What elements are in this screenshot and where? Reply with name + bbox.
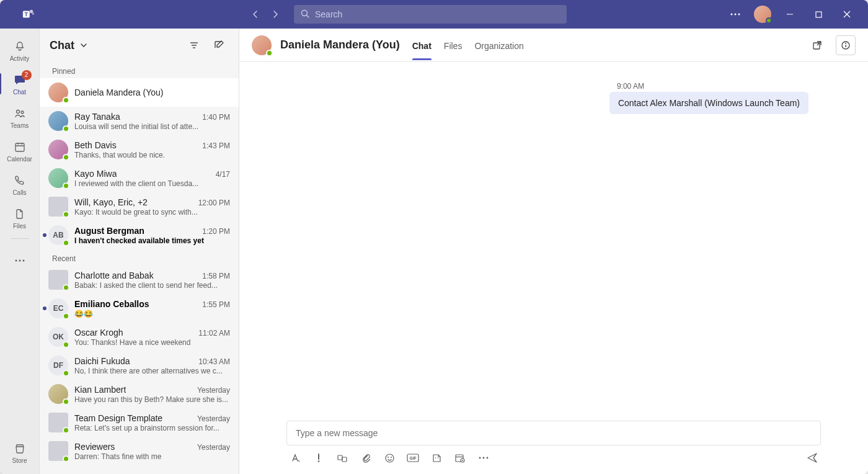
rail-store[interactable]: Store (0, 436, 40, 469)
chat-row[interactable]: Kayo Miwa4/17I reviewed with the client … (40, 164, 239, 192)
avatar (48, 413, 68, 432)
svg-point-47 (487, 457, 489, 459)
new-chat-button[interactable] (209, 35, 229, 55)
send-button[interactable] (806, 452, 818, 464)
chat-preview: Thanks, that would be nice. (74, 151, 230, 159)
maximize-button[interactable] (808, 4, 828, 24)
chat-preview: Kayo: It would be great to sync with... (74, 208, 230, 217)
chat-name: Kayo Miwa (74, 169, 117, 179)
chat-row[interactable]: Team Design TemplateYesterdayReta: Let's… (40, 408, 239, 437)
chat-time: Yesterday (197, 414, 230, 423)
close-button[interactable] (837, 4, 857, 24)
svg-point-45 (479, 457, 481, 459)
phone-icon (14, 173, 26, 188)
chat-row[interactable]: ECEmiliano Ceballos1:55 PM😂😂 (40, 294, 239, 323)
chat-row[interactable]: Daniela Mandera (You) (40, 78, 239, 107)
rail-files[interactable]: Files (0, 201, 40, 235)
rail-label: Calendar (7, 156, 32, 163)
rail-more[interactable] (0, 244, 40, 277)
chat-name: Team Design Template (74, 413, 162, 423)
svg-rect-32 (342, 457, 347, 462)
chat-preview: You: Thanks! Have a nice weekend (74, 338, 230, 347)
avatar (48, 197, 68, 217)
svg-point-3 (32, 12, 35, 15)
loop-button[interactable] (336, 452, 348, 464)
chat-row[interactable]: Ray Tanaka1:40 PMLouisa will send the in… (40, 107, 239, 135)
calendar-icon (14, 140, 26, 154)
tab-chat[interactable]: Chat (412, 31, 432, 60)
chat-preview: Have you ran this by Beth? Make sure she… (74, 395, 230, 404)
nav-forward-button[interactable] (267, 6, 284, 23)
chevron-down-icon[interactable] (79, 41, 88, 50)
sticker-button[interactable] (430, 452, 443, 464)
message-outgoing: 9:00 AM Contact Alex Marshall (Windows L… (609, 82, 808, 114)
attach-button[interactable] (360, 452, 372, 464)
message-input[interactable] (296, 428, 812, 438)
tab-files[interactable]: Files (444, 31, 463, 60)
user-avatar[interactable] (754, 6, 771, 23)
more-options-button[interactable] (725, 4, 745, 24)
presence-available-icon (63, 284, 69, 291)
svg-point-27 (845, 43, 846, 44)
svg-rect-31 (338, 455, 342, 460)
svg-point-39 (437, 457, 438, 458)
nav-back-button[interactable] (247, 6, 264, 23)
format-button[interactable] (289, 452, 301, 464)
chat-time: 10:43 AM (198, 357, 230, 366)
rail-chat[interactable]: 2 Chat (0, 67, 40, 101)
chat-preview: I haven't checked available times yet (74, 236, 230, 245)
svg-rect-15 (16, 143, 24, 151)
minimize-button[interactable] (780, 4, 800, 24)
avatar (48, 168, 68, 188)
message-time: 9:00 AM (609, 82, 808, 92)
chat-row[interactable]: Will, Kayo, Eric, +212:00 PMKayo: It wou… (40, 192, 239, 221)
svg-point-30 (318, 460, 320, 462)
rail-label: Activity (10, 55, 30, 62)
avatar (48, 270, 68, 290)
rail-label: Teams (11, 122, 29, 129)
avatar (48, 111, 68, 131)
info-button[interactable] (836, 35, 856, 55)
svg-point-14 (21, 111, 24, 114)
avatar (48, 441, 68, 461)
message-composer[interactable] (286, 421, 821, 445)
chat-row[interactable]: Beth Davis1:43 PMThanks, that would be n… (40, 135, 239, 164)
chat-row[interactable]: DFDaichi Fukuda10:43 AMNo, I think there… (40, 351, 239, 380)
rail-calendar[interactable]: Calendar (0, 134, 40, 168)
priority-button[interactable] (312, 452, 325, 464)
filter-button[interactable] (184, 35, 204, 55)
chat-row[interactable]: Charlotte and Babak1:58 PMBabak: I asked… (40, 266, 239, 294)
presence-available-icon (266, 50, 273, 56)
chat-name: Will, Kayo, Eric, +2 (74, 197, 148, 207)
chat-icon: 2 (13, 73, 27, 87)
conversation-title: Daniela Mandera (You) (280, 38, 400, 51)
svg-point-34 (388, 457, 389, 458)
chat-name: Kian Lambert (74, 385, 126, 395)
chat-row[interactable]: OKOscar Krogh11:02 AMYou: Thanks! Have a… (40, 323, 239, 351)
avatar: EC (48, 298, 68, 318)
chat-time: Yesterday (197, 443, 230, 452)
header-avatar (252, 35, 272, 55)
chat-preview: Darren: Thats fine with me (74, 452, 230, 461)
unread-indicator (43, 306, 46, 310)
schedule-button[interactable] (454, 452, 466, 464)
rail-activity[interactable]: Activity (0, 34, 40, 67)
chat-row[interactable]: ABAugust Bergman1:20 PMI haven't checked… (40, 221, 239, 249)
chat-preview: Babak: I asked the client to send her fe… (74, 281, 230, 290)
chat-row[interactable]: Kian LambertYesterdayHave you ran this b… (40, 380, 239, 408)
svg-point-8 (738, 14, 740, 16)
emoji-button[interactable] (383, 452, 396, 464)
more-actions-button[interactable] (477, 452, 490, 464)
teams-logo: T (20, 6, 37, 23)
svg-point-6 (731, 14, 733, 16)
chat-row[interactable]: ReviewersYesterdayDarren: Thats fine wit… (40, 437, 239, 465)
tab-organization[interactable]: Organization (474, 31, 523, 60)
section-label: Recent (40, 249, 239, 266)
popout-button[interactable] (807, 35, 827, 55)
gif-button[interactable]: GIF (407, 452, 419, 464)
search-input[interactable] (294, 5, 567, 24)
teams-icon (14, 106, 26, 121)
chat-name: Daichi Fukuda (74, 356, 130, 366)
rail-teams[interactable]: Teams (0, 101, 40, 134)
rail-calls[interactable]: Calls (0, 168, 40, 201)
